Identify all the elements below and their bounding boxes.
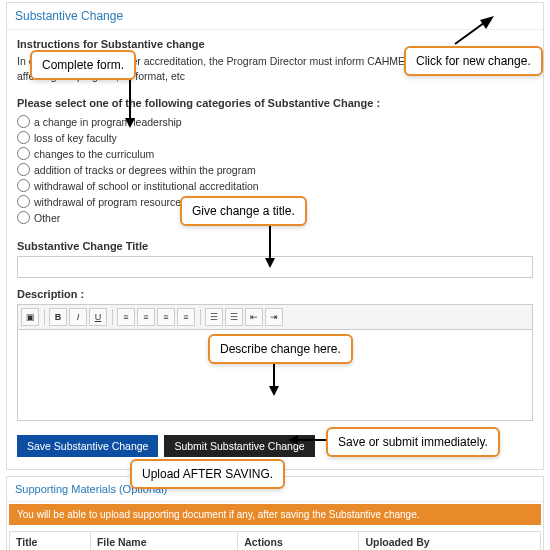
callout-new-change: Click for new change. <box>404 46 543 76</box>
outdent-button[interactable]: ⇤ <box>245 308 263 326</box>
table-header-row: Title File Name Actions Uploaded By <box>10 532 541 550</box>
toolbar-separator <box>112 309 113 325</box>
save-button[interactable]: Save Substantive Change <box>17 435 158 457</box>
radio-label: loss of key faculty <box>34 132 117 144</box>
radio-input[interactable] <box>17 179 30 192</box>
svg-marker-1 <box>125 118 135 128</box>
list-unordered-button[interactable]: ☰ <box>225 308 243 326</box>
toolbar-separator <box>200 309 201 325</box>
radio-input[interactable] <box>17 147 30 160</box>
col-uploaded-by: Uploaded By <box>359 532 541 550</box>
toolbar-separator <box>44 309 45 325</box>
files-table: Title File Name Actions Uploaded By No f… <box>9 531 541 550</box>
callout-give-title: Give change a title. <box>180 196 307 226</box>
arrow-describe <box>264 358 284 398</box>
category-option[interactable]: addition of tracks or degrees within the… <box>17 163 533 176</box>
callout-describe: Describe change here. <box>208 334 353 364</box>
list-ordered-button[interactable]: ☰ <box>205 308 223 326</box>
svg-marker-3 <box>480 16 494 29</box>
radio-label: a change in program leadership <box>34 116 182 128</box>
radio-input[interactable] <box>17 115 30 128</box>
callout-upload-after: Upload AFTER SAVING. <box>130 459 285 489</box>
svg-marker-9 <box>288 435 298 445</box>
categories-label: Please select one of the following categ… <box>17 97 533 109</box>
radio-label: Other <box>34 212 60 224</box>
category-option[interactable]: changes to the curriculum <box>17 147 533 160</box>
svg-marker-7 <box>269 386 279 396</box>
radio-label: withdrawal of school or institutional ac… <box>34 180 259 192</box>
align-right-button[interactable]: ≡ <box>157 308 175 326</box>
radio-input[interactable] <box>17 211 30 224</box>
radio-input[interactable] <box>17 131 30 144</box>
svg-marker-5 <box>265 258 275 268</box>
source-button[interactable]: ▣ <box>21 308 39 326</box>
editor-toolbar: ▣ B I U ≡ ≡ ≡ ≡ ☰ ☰ ⇤ ⇥ <box>18 305 532 330</box>
arrow-give-title <box>260 220 280 270</box>
radio-label: addition of tracks or degrees within the… <box>34 164 256 176</box>
align-justify-button[interactable]: ≡ <box>177 308 195 326</box>
category-option[interactable]: loss of key faculty <box>17 131 533 144</box>
radio-label: changes to the curriculum <box>34 148 154 160</box>
callout-save-submit: Save or submit immediately. <box>326 427 500 457</box>
align-center-button[interactable]: ≡ <box>137 308 155 326</box>
radio-input[interactable] <box>17 163 30 176</box>
category-option[interactable]: withdrawal of school or institutional ac… <box>17 179 533 192</box>
italic-button[interactable]: I <box>69 308 87 326</box>
col-title: Title <box>10 532 91 550</box>
arrow-complete-form <box>118 72 148 132</box>
bold-button[interactable]: B <box>49 308 67 326</box>
callout-complete-form: Complete form. <box>30 50 136 80</box>
upload-notice: You will be able to upload supporting do… <box>9 504 541 525</box>
description-label: Description : <box>17 288 533 300</box>
align-left-button[interactable]: ≡ <box>117 308 135 326</box>
category-option[interactable]: a change in program leadership <box>17 115 533 128</box>
indent-button[interactable]: ⇥ <box>265 308 283 326</box>
col-actions: Actions <box>238 532 359 550</box>
radio-input[interactable] <box>17 195 30 208</box>
arrow-new-change <box>450 14 500 48</box>
underline-button[interactable]: U <box>89 308 107 326</box>
col-filename: File Name <box>90 532 237 550</box>
arrow-save-submit <box>288 432 328 448</box>
